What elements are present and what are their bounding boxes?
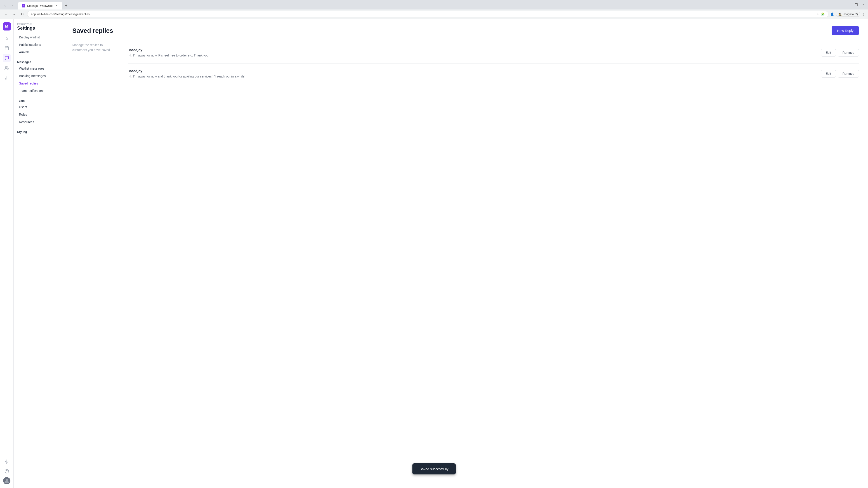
svg-point-12 [6, 479, 8, 481]
sidebar-account: Moodjoy7434 [17, 22, 59, 25]
reply-item: Moodjoy Hi, I'm away for now and thank y… [128, 64, 859, 84]
new-tab-btn[interactable]: + [63, 2, 69, 9]
sidebar-item-display-waitlist[interactable]: Display waitlist [16, 34, 61, 41]
sidebar-item-resources[interactable]: Resources [16, 119, 61, 126]
app-logo[interactable]: M [3, 22, 11, 31]
profile-icon[interactable]: 👤 [830, 12, 834, 16]
sidebar-section-styling: Styling [13, 127, 63, 134]
url-text: app.waitwhile.com/settings/messages/repl… [31, 12, 815, 16]
reply-sender-1: Moodjoy [128, 48, 815, 52]
edit-reply-2-btn[interactable]: Edit [821, 70, 836, 77]
forward-btn[interactable]: → [11, 11, 17, 18]
address-bar: ← → ↻ app.waitwhile.com/settings/message… [0, 9, 868, 19]
svg-rect-0 [5, 46, 8, 50]
nav-help[interactable] [3, 467, 11, 475]
page-header: Saved replies New Reply [72, 26, 859, 35]
nav-calendar[interactable] [3, 44, 11, 52]
app-container: M ⌂ [0, 19, 868, 488]
star-icon[interactable]: ☆ [816, 12, 819, 16]
sidebar-item-roles[interactable]: Roles [16, 111, 61, 118]
sidebar-item-users[interactable]: Users [16, 103, 61, 111]
edit-reply-1-btn[interactable]: Edit [821, 49, 836, 57]
tab-bar: ‹ › M Settings | Waitwhile × + — ❐ × [0, 0, 868, 9]
content-description: Manage the replies to customers you have… [72, 42, 118, 84]
sidebar-item-saved-replies[interactable]: Saved replies [16, 80, 61, 87]
tab-back-arrow[interactable]: ‹ [2, 2, 8, 9]
reply-item: Moodjoy Hi, I'm away for now. Pls feel f… [128, 42, 859, 64]
nav-bottom [3, 457, 11, 484]
reply-text-2: Hi, I'm away for now and thank you for a… [128, 74, 815, 79]
nav-home[interactable]: ⌂ [3, 34, 11, 42]
incognito-badge[interactable]: 🕵 Incognito (2) [836, 12, 860, 17]
back-btn[interactable]: ← [3, 11, 9, 18]
toast-message: Saved successfully [420, 467, 448, 471]
sidebar-title: Settings [17, 26, 59, 31]
incognito-label: Incognito (2) [843, 13, 858, 16]
replies-list: Moodjoy Hi, I'm away for now. Pls feel f… [128, 42, 859, 84]
sidebar-section-messages: Messages [13, 58, 63, 65]
reply-text-1: Hi, I'm away for now. Pls feel free to o… [128, 53, 815, 58]
content-layout: Manage the replies to customers you have… [72, 42, 859, 84]
url-bar[interactable]: app.waitwhile.com/settings/messages/repl… [27, 11, 829, 18]
svg-point-4 [5, 66, 7, 68]
remove-reply-2-btn[interactable]: Remove [838, 70, 859, 77]
tab-close-btn[interactable]: × [55, 4, 59, 8]
reply-info-1: Moodjoy Hi, I'm away for now. Pls feel f… [128, 48, 815, 58]
nav-analytics[interactable] [3, 74, 11, 82]
more-options-icon[interactable]: ⋮ [862, 12, 865, 16]
reply-actions-1: Edit Remove [821, 49, 859, 57]
extension-icon[interactable]: 🧩 [821, 12, 825, 16]
page-title: Saved replies [72, 27, 113, 34]
tab-favicon: M [22, 4, 25, 7]
tab-bar-left: ‹ › [2, 2, 16, 9]
browser-chrome: ‹ › M Settings | Waitwhile × + — ❐ × ← →… [0, 0, 868, 19]
icon-nav: M ⌂ [0, 19, 13, 488]
sidebar: Moodjoy7434 Settings Display waitlist Pu… [13, 19, 63, 488]
remove-reply-1-btn[interactable]: Remove [838, 49, 859, 57]
reply-actions-2: Edit Remove [821, 70, 859, 77]
tab-title: Settings | Waitwhile [27, 4, 53, 7]
user-avatar[interactable] [3, 477, 10, 484]
svg-marker-8 [5, 459, 8, 463]
sidebar-item-waitlist-messages[interactable]: Waitlist messages [16, 65, 61, 72]
sidebar-item-booking-messages[interactable]: Booking messages [16, 72, 61, 79]
reply-sender-2: Moodjoy [128, 69, 815, 73]
sidebar-section-team: Team [13, 96, 63, 103]
refresh-btn[interactable]: ↻ [19, 11, 25, 18]
new-reply-button[interactable]: New Reply [832, 26, 859, 35]
nav-users[interactable] [3, 64, 11, 72]
active-tab[interactable]: M Settings | Waitwhile × [18, 2, 62, 9]
sidebar-item-public-locations[interactable]: Public locations [16, 41, 61, 48]
addr-right: 👤 🕵 Incognito (2) ⋮ [830, 12, 865, 17]
url-icons: ☆ 🧩 [816, 12, 825, 16]
sidebar-item-arrivals[interactable]: Arrivals [16, 48, 61, 56]
nav-messages[interactable] [3, 54, 11, 62]
sidebar-item-team-notifications[interactable]: Team notifications [16, 87, 61, 94]
nav-lightning[interactable] [3, 457, 11, 465]
main-content: Saved replies New Reply Manage the repli… [63, 19, 868, 488]
reply-info-2: Moodjoy Hi, I'm away for now and thank y… [128, 69, 815, 79]
restore-btn[interactable]: ❐ [854, 2, 859, 7]
close-btn[interactable]: × [861, 2, 866, 7]
sidebar-header: Moodjoy7434 Settings [13, 22, 63, 33]
minimize-btn[interactable]: — [846, 2, 852, 7]
window-controls: — ❐ × [846, 2, 866, 9]
incognito-icon: 🕵 [838, 13, 842, 16]
tab-forward-arrow[interactable]: › [9, 2, 16, 9]
toast-notification: Saved successfully [412, 463, 456, 475]
